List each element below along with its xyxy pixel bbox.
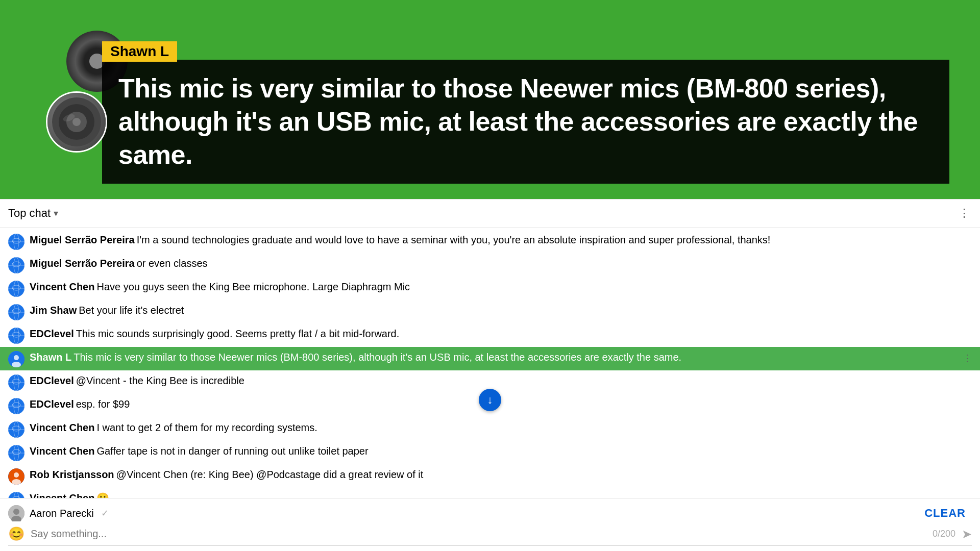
message-body: Shawn LThis mic is very similar to those… bbox=[30, 350, 972, 364]
message-author: Vincent Chen bbox=[30, 444, 94, 458]
chat-user-info: Aaron Parecki ✓ bbox=[8, 505, 109, 521]
svg-point-59 bbox=[8, 492, 24, 498]
svg-point-43 bbox=[8, 421, 24, 438]
chat-messages-list[interactable]: Miguel Serrão PereiraI'm a sound technol… bbox=[0, 228, 980, 498]
message-avatar bbox=[8, 234, 24, 250]
char-count: 0/200 bbox=[933, 529, 955, 539]
emoji-picker-button[interactable]: 😊 bbox=[8, 526, 24, 542]
svg-point-49 bbox=[12, 449, 20, 455]
svg-point-36 bbox=[8, 374, 24, 391]
svg-point-37 bbox=[14, 374, 19, 391]
message-avatar bbox=[8, 468, 24, 485]
message-more-icon[interactable]: ⋮ bbox=[963, 352, 972, 365]
svg-point-26 bbox=[12, 332, 20, 337]
message-author: Jim Shaw bbox=[30, 303, 77, 317]
pinned-text: This mic is very similar to those Neewer… bbox=[118, 72, 933, 171]
svg-point-52 bbox=[14, 445, 19, 461]
chat-input-row: 😊 0/200 ➤ bbox=[8, 526, 972, 542]
message-avatar bbox=[8, 281, 24, 297]
message-text: or even classes bbox=[137, 256, 208, 270]
chat-message-row[interactable]: Rob Kristjansson@Vincent Chen (re: King … bbox=[0, 464, 980, 488]
message-author: Miguel Serrão Pereira bbox=[30, 233, 135, 247]
messages-wrapper: Miguel Serrão PereiraI'm a sound technol… bbox=[0, 228, 980, 498]
message-body: Miguel Serrão PereiraI'm a sound technol… bbox=[30, 233, 972, 247]
svg-point-19 bbox=[14, 281, 19, 297]
svg-point-21 bbox=[12, 309, 20, 314]
message-body: Vincent ChenI want to get 2 of them for … bbox=[30, 420, 972, 435]
message-text: This mic is very similar to those Neewer… bbox=[74, 350, 681, 364]
message-avatar bbox=[8, 328, 24, 344]
svg-point-53 bbox=[8, 468, 24, 485]
top-chat-dropdown[interactable]: Top chat ▾ bbox=[8, 207, 58, 220]
svg-point-28 bbox=[8, 328, 24, 344]
message-author: EDClevel bbox=[30, 397, 74, 411]
chat-message-row[interactable]: Vincent ChenHave you guys seen the King … bbox=[0, 277, 980, 300]
message-avatar bbox=[8, 257, 24, 273]
svg-point-11 bbox=[12, 262, 20, 267]
verified-checkmark: ✓ bbox=[101, 508, 109, 519]
chat-input-field[interactable] bbox=[31, 528, 926, 540]
svg-point-48 bbox=[8, 445, 24, 461]
chat-message-row[interactable]: Miguel Serrão PereiraI'm a sound technol… bbox=[0, 230, 980, 253]
scroll-down-icon: ↓ bbox=[487, 393, 493, 407]
chat-input-area: Aaron Parecki ✓ CLEAR 😊 0/200 ➤ bbox=[0, 498, 980, 551]
chat-message-row[interactable]: Vincent Chen😮 bbox=[0, 488, 980, 498]
svg-point-51 bbox=[8, 445, 24, 461]
pinned-author: Shawn L bbox=[102, 41, 177, 62]
svg-point-24 bbox=[14, 304, 19, 320]
svg-point-6 bbox=[12, 238, 20, 243]
scroll-to-bottom-button[interactable]: ↓ bbox=[479, 389, 501, 411]
chat-message-row[interactable]: Vincent ChenGaffer tape is not in danger… bbox=[0, 441, 980, 464]
message-author: Vincent Chen bbox=[30, 491, 94, 498]
pinned-avatar bbox=[46, 91, 107, 153]
pinned-avatar-image bbox=[47, 93, 106, 151]
message-text: @Vincent - the King Bee is incredible bbox=[76, 373, 244, 388]
message-text: Bet your life it's electret bbox=[79, 303, 184, 317]
send-button[interactable]: ➤ bbox=[962, 527, 972, 541]
clear-button[interactable]: CLEAR bbox=[918, 504, 972, 523]
top-chat-text: Top chat bbox=[8, 207, 51, 220]
svg-point-38 bbox=[8, 398, 24, 414]
message-body: Vincent ChenHave you guys seen the King … bbox=[30, 280, 972, 294]
svg-point-55 bbox=[12, 479, 21, 485]
message-author: Shawn L bbox=[30, 350, 71, 364]
message-body: Rob Kristjansson@Vincent Chen (re: King … bbox=[30, 467, 972, 482]
message-text: Have you guys seen the King Bee micropho… bbox=[96, 280, 410, 294]
message-text: This mic sounds surprisingly good. Seems… bbox=[76, 327, 400, 341]
svg-point-31 bbox=[14, 355, 19, 360]
message-body: EDClevelThis mic sounds surprisingly goo… bbox=[30, 327, 972, 341]
message-avatar bbox=[8, 304, 24, 320]
input-border bbox=[8, 545, 972, 546]
svg-point-16 bbox=[12, 285, 20, 290]
message-body: Vincent ChenGaffer tape is not in danger… bbox=[30, 444, 972, 458]
message-avatar bbox=[8, 374, 24, 391]
svg-point-25 bbox=[8, 328, 24, 344]
svg-point-33 bbox=[8, 374, 24, 391]
message-text: I'm a sound technologies graduate and wo… bbox=[137, 233, 771, 247]
message-avatar bbox=[8, 351, 24, 367]
svg-point-20 bbox=[8, 304, 24, 320]
svg-point-47 bbox=[14, 421, 19, 438]
svg-point-18 bbox=[8, 281, 24, 297]
svg-point-42 bbox=[14, 398, 19, 414]
chat-message-row[interactable]: Miguel Serrão Pereiraor even classes bbox=[0, 253, 980, 277]
chat-input-header: Aaron Parecki ✓ CLEAR bbox=[8, 504, 972, 523]
svg-point-34 bbox=[12, 379, 20, 384]
svg-point-56 bbox=[8, 492, 24, 498]
chat-message-row[interactable]: Vincent ChenI want to get 2 of them for … bbox=[0, 417, 980, 441]
chat-message-row[interactable]: Jim ShawBet your life it's electret bbox=[0, 300, 980, 323]
svg-point-8 bbox=[8, 234, 24, 250]
svg-point-14 bbox=[14, 257, 19, 273]
message-text: 😮 bbox=[96, 491, 109, 498]
pinned-message: Shawn L This mic is very similar to thos… bbox=[46, 60, 949, 184]
stream-area: Shawn L This mic is very similar to thos… bbox=[0, 0, 980, 199]
chat-options-button[interactable]: ⋮ bbox=[957, 205, 972, 222]
svg-point-32 bbox=[12, 362, 21, 367]
svg-point-29 bbox=[14, 328, 19, 344]
chat-message-row[interactable]: Shawn LThis mic is very similar to those… bbox=[0, 347, 980, 370]
svg-point-60 bbox=[14, 492, 19, 498]
message-body: Vincent Chen😮 bbox=[30, 491, 972, 498]
message-avatar bbox=[8, 492, 24, 498]
chat-message-row[interactable]: EDClevelThis mic sounds surprisingly goo… bbox=[0, 323, 980, 347]
svg-point-46 bbox=[8, 421, 24, 438]
